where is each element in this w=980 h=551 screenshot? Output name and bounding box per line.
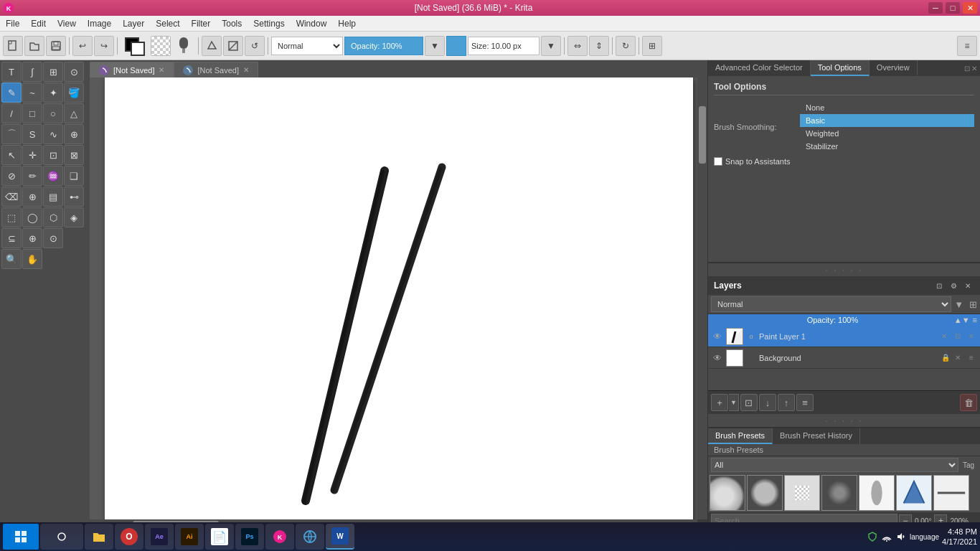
opacity-dropdown-btn[interactable]: ▼ — [425, 36, 445, 56]
delete-layer-btn[interactable]: 🗑 — [960, 394, 977, 411]
menu-select[interactable]: Select — [150, 16, 185, 31]
panel-float-btn[interactable]: ⊡ — [964, 65, 970, 72]
layer-item-bg[interactable]: 👁 Background 🔒 ✕ ≡ — [708, 347, 980, 369]
close-button[interactable]: ✕ — [963, 2, 977, 14]
pattern-button[interactable] — [151, 36, 171, 56]
drawing-canvas[interactable] — [105, 77, 693, 529]
blend-mode-select[interactable]: Normal — [271, 37, 343, 55]
polygon-select-button[interactable]: ⬡ — [43, 207, 63, 227]
rect-select-button[interactable]: ⬚ — [1, 207, 22, 227]
assistant-button[interactable]: ⊕ — [64, 124, 84, 144]
brush-preset-3[interactable] — [784, 475, 820, 511]
layer-bg-action-1[interactable]: ✕ — [952, 352, 963, 364]
crop-button[interactable]: ⊡ — [43, 145, 63, 165]
brush-preset-1[interactable] — [710, 475, 745, 511]
brush-tag-btn[interactable]: Tag — [960, 460, 977, 471]
open-button[interactable] — [24, 36, 44, 56]
menu-filter[interactable]: Filter — [186, 16, 217, 31]
zoom-tool-button[interactable]: 🔍 — [1, 249, 22, 269]
similar-select-button[interactable]: ⊆ — [1, 228, 22, 248]
eraser-button[interactable] — [202, 36, 222, 56]
brush-preset-5[interactable] — [859, 475, 895, 511]
brush-preset-6[interactable] — [896, 475, 932, 511]
freehand-brush-button[interactable]: ✎ — [1, 83, 22, 103]
brush-presets-tab[interactable]: Brush Presets — [708, 428, 773, 444]
polygon-tool-button[interactable]: △ — [64, 103, 84, 123]
color-fg-bg[interactable] — [122, 34, 148, 57]
menu-view[interactable]: View — [52, 16, 82, 31]
smudge-button[interactable]: ♒ — [43, 166, 63, 186]
layers-opacity-down-btn[interactable]: ▼ — [962, 316, 970, 324]
menu-edit[interactable]: Edit — [25, 16, 52, 31]
taskbar-browser[interactable] — [296, 524, 324, 550]
panel-resize-handle-2[interactable]: · · · · · — [708, 414, 980, 427]
flip-v-button[interactable]: ⇕ — [589, 36, 609, 56]
taskbar-file-explorer[interactable] — [85, 524, 113, 550]
layers-settings-btn[interactable]: ⚙ — [947, 279, 960, 292]
text-tool-button[interactable]: T — [1, 62, 22, 82]
layer-action-1[interactable]: ✕ — [938, 331, 950, 342]
brush-history-tab[interactable]: Brush Preset History — [773, 428, 860, 444]
brush-preset-7[interactable] — [933, 475, 969, 511]
layers-float-btn[interactable]: ⊡ — [933, 279, 946, 292]
start-button[interactable] — [3, 524, 39, 550]
dynamic-brush-button[interactable]: ~ — [22, 83, 42, 103]
layers-close-btn[interactable]: ✕ — [961, 279, 974, 292]
brush-preset-2[interactable] — [747, 475, 783, 511]
magnetic-select-button[interactable]: ⊕ — [22, 228, 42, 248]
canvas-tab-2[interactable]: [Not Saved] ✕ — [174, 62, 258, 77]
undo-button[interactable]: ↩ — [72, 36, 93, 56]
calligraphy-button[interactable]: ∫ — [22, 62, 42, 82]
layers-add-btn[interactable]: ⊞ — [969, 299, 977, 310]
add-layer-btn[interactable]: + — [711, 394, 728, 411]
bezier-select-button[interactable]: ⊙ — [43, 228, 63, 248]
wrap-button[interactable]: ⊞ — [642, 36, 662, 56]
canvas-vertical-scrollbar[interactable] — [697, 77, 707, 519]
fill-button[interactable]: 🪣 — [64, 83, 84, 103]
taskbar-illustrator[interactable]: Ai — [175, 524, 204, 550]
taskbar-ae[interactable]: Ae — [145, 524, 174, 550]
brush-filter-select[interactable]: All — [711, 458, 958, 472]
scroll-thumb-v[interactable] — [699, 106, 706, 164]
measure-button[interactable]: ⊷ — [64, 187, 84, 207]
taskbar-krita-dock[interactable]: K — [265, 524, 294, 550]
bezier-button[interactable]: S — [22, 124, 42, 144]
freehand-path-button[interactable]: ∿ — [43, 124, 63, 144]
tray-network-icon[interactable] — [881, 531, 892, 542]
menu-help[interactable]: Help — [332, 16, 362, 31]
maximize-button[interactable]: □ — [946, 2, 960, 14]
layer-bg-action-2[interactable]: ≡ — [966, 352, 977, 364]
menu-image[interactable]: Image — [82, 16, 117, 31]
pencil-button[interactable]: ✏ — [22, 166, 42, 186]
taskbar-notepad[interactable]: 📄 — [205, 524, 234, 550]
brush-color-swatch[interactable] — [446, 36, 466, 56]
move-tool-button[interactable]: ✛ — [22, 145, 42, 165]
smoothing-none[interactable]: None — [800, 101, 974, 114]
save-button[interactable] — [46, 36, 66, 56]
flip-h-button[interactable]: ⇔ — [567, 36, 588, 56]
canvas-wrapper[interactable] — [90, 77, 707, 529]
add-layer-dropdown[interactable]: ▼ — [730, 394, 739, 411]
tab-overview[interactable]: Overview — [870, 60, 918, 76]
panel-resize-handle-1[interactable]: · · · · · — [708, 263, 980, 276]
shape-select-button[interactable]: ↖ — [1, 145, 22, 165]
canvas-tab-1[interactable]: [Not Saved] ✕ — [90, 62, 174, 77]
menu-layer[interactable]: Layer — [117, 16, 150, 31]
pan-tool-button[interactable]: ✋ — [22, 249, 42, 269]
layers-opacity-up-btn[interactable]: ▲ — [954, 316, 962, 324]
add-layer-dropdown-btn[interactable]: ▼ — [729, 394, 739, 411]
panel-close-btn[interactable]: ✕ — [971, 65, 977, 72]
transform-button[interactable]: ⊠ — [64, 145, 84, 165]
ellipse-tool-button[interactable]: ○ — [43, 103, 63, 123]
tray-shield-icon[interactable] — [867, 531, 878, 542]
toolbar-settings-button[interactable]: ≡ — [957, 36, 977, 56]
menu-settings[interactable]: Settings — [248, 16, 290, 31]
polyline-tool-button[interactable]: ⌒ — [1, 124, 22, 144]
snap-checkbox-container[interactable]: Snap to Assistants — [714, 157, 791, 166]
copy-layer-btn[interactable]: ⊡ — [740, 394, 758, 411]
smoothing-weighted[interactable]: Weighted — [800, 127, 974, 140]
layer-action-3[interactable]: ≡ — [966, 331, 977, 342]
menu-window[interactable]: Window — [291, 16, 333, 31]
layers-menu-btn[interactable]: ≡ — [973, 316, 977, 324]
layer-settings-btn[interactable]: ≡ — [796, 394, 814, 411]
